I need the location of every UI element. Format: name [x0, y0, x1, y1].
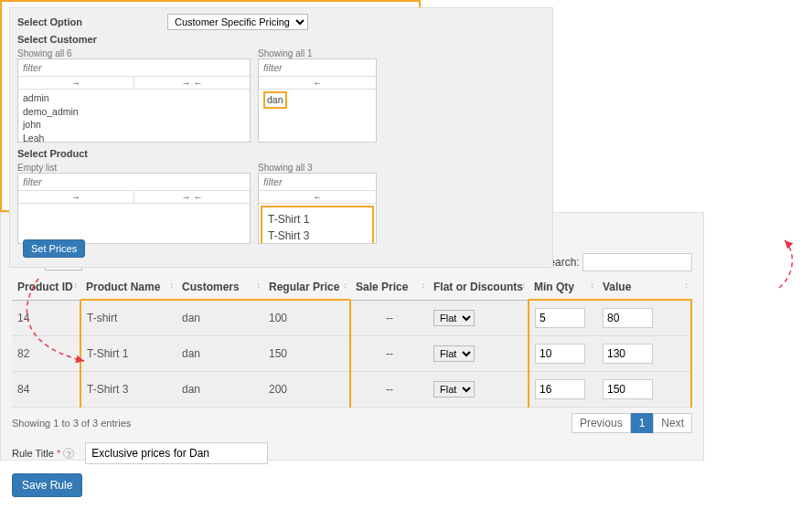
- table-row: 84 T-Shirt 3 dan 200 -- Flat: [12, 372, 691, 408]
- products-available-list[interactable]: → → ←: [17, 173, 251, 244]
- set-prices-button[interactable]: Set Prices: [23, 239, 85, 258]
- prev-button[interactable]: Previous: [572, 413, 631, 433]
- move-all-right-icon[interactable]: → ←: [134, 191, 250, 203]
- sort-icon[interactable]: ↕: [170, 281, 174, 290]
- move-right-icon[interactable]: →: [18, 191, 134, 203]
- list-item[interactable]: Leah: [23, 132, 245, 142]
- col-id[interactable]: Product ID: [17, 281, 73, 293]
- option-select[interactable]: Customer Specific Pricing: [167, 14, 308, 30]
- page-button[interactable]: 1: [631, 413, 654, 433]
- products-right-count: Showing all 3: [258, 163, 377, 173]
- col-name[interactable]: Product Name: [86, 281, 160, 293]
- customers-filter-left[interactable]: [18, 59, 250, 77]
- selected-customer[interactable]: dan: [263, 91, 287, 109]
- rules-table: Product ID↕ Product Name↕ Customers↕ Reg…: [12, 275, 692, 408]
- list-item[interactable]: T-Shirt 1: [268, 211, 367, 228]
- customers-available-list[interactable]: → → ← admin demo_admin john Leah Minato …: [17, 58, 251, 143]
- select-product-heading: Select Product: [17, 148, 545, 159]
- value-input[interactable]: [603, 379, 653, 399]
- col-regular[interactable]: Regular Price: [269, 281, 339, 293]
- sort-icon[interactable]: ↕: [257, 281, 261, 290]
- sort-icon[interactable]: ↕: [591, 281, 594, 290]
- col-minqty[interactable]: Min Qty: [534, 281, 574, 293]
- list-item[interactable]: john: [23, 118, 245, 132]
- sort-icon[interactable]: ↕: [74, 281, 78, 290]
- products-left-count: Empty list: [17, 163, 251, 173]
- move-all-right-icon[interactable]: → ←: [134, 77, 250, 89]
- col-flat[interactable]: Flat or Discounts: [433, 281, 523, 293]
- list-item[interactable]: T-Shirt 3: [268, 228, 367, 243]
- sort-icon[interactable]: ↕: [685, 281, 689, 290]
- rule-title-input[interactable]: [85, 442, 268, 464]
- col-sale[interactable]: Sale Price: [356, 281, 408, 293]
- customers-selected-list[interactable]: ← dan: [258, 58, 377, 143]
- move-left-icon[interactable]: ←: [259, 77, 376, 89]
- products-filter-right[interactable]: [259, 174, 376, 191]
- products-filter-left[interactable]: [18, 174, 250, 191]
- list-item[interactable]: demo_admin: [23, 105, 245, 119]
- customers-left-count: Showing all 6: [17, 48, 251, 58]
- col-value[interactable]: Value: [603, 281, 631, 293]
- list-item[interactable]: admin: [23, 91, 245, 105]
- move-right-icon[interactable]: →: [18, 77, 134, 89]
- products-selected-list[interactable]: ← T-Shirt 1 T-Shirt 3 T-shirt: [258, 173, 377, 244]
- flat-select[interactable]: Flat: [433, 381, 475, 398]
- admin-panel: Select Option Customer Specific Pricing …: [9, 7, 553, 268]
- table-row: 14 T-shirt dan 100 -- Flat: [12, 300, 691, 336]
- sort-icon[interactable]: ↕: [522, 281, 526, 290]
- help-icon[interactable]: ?: [63, 448, 74, 459]
- rule-title-label: Rule Title: [12, 448, 54, 459]
- value-input[interactable]: [603, 308, 653, 328]
- next-button[interactable]: Next: [653, 413, 692, 433]
- value-input[interactable]: [603, 344, 653, 364]
- table-info: Showing 1 to 3 of 3 entries: [12, 418, 131, 429]
- sort-icon[interactable]: ↕: [422, 281, 425, 290]
- sort-icon[interactable]: ↕: [344, 281, 347, 290]
- flat-select[interactable]: Flat: [433, 345, 475, 362]
- move-left-icon[interactable]: ←: [259, 191, 376, 203]
- table-row: 82 T-Shirt 1 dan 150 -- Flat: [12, 336, 691, 372]
- select-option-label: Select Option: [17, 16, 82, 27]
- flat-select[interactable]: Flat: [433, 310, 475, 326]
- minqty-input[interactable]: [535, 308, 585, 328]
- col-customers[interactable]: Customers: [182, 281, 240, 293]
- required-icon: *: [57, 448, 60, 459]
- minqty-input[interactable]: [535, 344, 585, 364]
- minqty-input[interactable]: [535, 379, 585, 399]
- customers-filter-right[interactable]: [259, 59, 376, 77]
- save-rule-button[interactable]: Save Rule: [12, 473, 82, 497]
- select-customer-heading: Select Customer: [17, 34, 545, 45]
- guide-arrow-icon: [768, 238, 805, 292]
- customers-right-count: Showing all 1: [258, 48, 377, 58]
- search-input[interactable]: [582, 253, 692, 271]
